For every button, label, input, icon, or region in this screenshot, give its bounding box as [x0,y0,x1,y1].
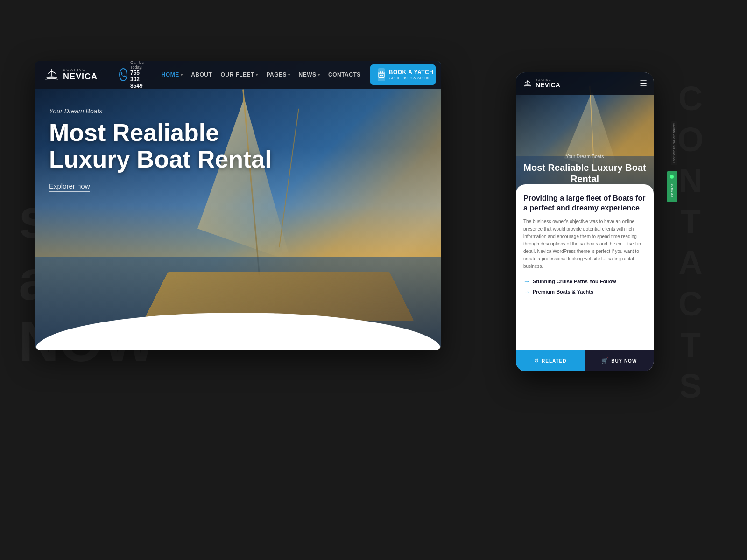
nav-item-contacts[interactable]: CONTACTS [328,71,361,78]
buy-label: BUY NOW [611,358,637,364]
chat-brand-label: jvochat [670,183,674,198]
nav-links: HOME ▾ ABOUT OUR FLEET ▾ PAGES ▾ NEWS ▾ … [162,71,361,78]
mobile-content-body: The business owner's objective was to ha… [523,218,646,270]
mobile-navbar: BOATING NEVICA ☰ [516,72,654,95]
mobile-link-text-2: Premium Boats & Yachts [533,289,593,294]
mobile-link-arrow-2: → [523,288,530,295]
nav-item-pages[interactable]: PAGES ▾ [266,71,290,78]
svg-rect-1 [380,75,380,76]
logo-small-text: BOATING [63,68,98,72]
svg-rect-3 [382,75,383,76]
mobile-logo-text: BOATING NEVICA [536,78,560,89]
contacts-bg-text: CONTACTS [671,80,710,408]
chat-tab[interactable]: jvochat [667,171,677,202]
logo-text-block: BOATING NEVICA [63,68,98,82]
hero-cta-link[interactable]: Explorer now [49,182,90,192]
fleet-arrow: ▾ [256,73,258,77]
book-button-icon [378,68,385,81]
navbar: BOATING NEVICA Call Us Today! 755 302 85… [35,61,441,89]
phone-icon [119,68,127,81]
mobile-header: BOATING NEVICA ☰ Your Dream Boats Most R… [516,72,654,194]
hero-subtitle: Your Dream Boats [49,107,282,115]
chat-status-text: Chat with us, we are online! [671,121,677,165]
logo-main-text: NEVICA [63,72,98,82]
hamburger-menu[interactable]: ☰ [640,78,647,89]
mobile-logo-main-text: NEVICA [536,81,560,89]
mobile-mockup: BOATING NEVICA ☰ Your Dream Boats Most R… [516,72,654,371]
phone-number: 755 302 8549 [130,70,148,89]
logo-icon [44,67,59,82]
home-arrow: ▾ [181,73,183,77]
hero-content: Your Dream Boats Most Realiable Luxury B… [49,107,282,192]
mobile-content-title: Providing a large fleet of Boats for a p… [523,194,646,213]
mobile-content-area: Providing a large fleet of Boats for a p… [516,184,654,306]
book-button-sub-label: Get It Faster & Secure! [389,76,432,80]
related-icon: ↺ [534,357,539,364]
mobile-link-1[interactable]: → Stunning Cruise Paths You Follow [523,278,646,285]
related-label: RELATED [542,358,566,364]
book-button-main-label: BOOK A YATCH [389,69,434,76]
mobile-link-text-1: Stunning Cruise Paths You Follow [533,279,616,284]
hero-background [35,61,441,350]
book-button-text: BOOK A YATCH Get It Faster & Secure! [389,69,434,80]
nav-item-news[interactable]: NEWS ▾ [299,71,320,78]
mobile-link-arrow-1: → [523,278,530,285]
related-button[interactable]: ↺ RELATED [516,350,585,371]
phone-area: Call Us Today! 755 302 8549 [119,61,148,89]
logo-area: BOATING NEVICA [44,67,110,82]
pages-arrow: ▾ [288,73,290,77]
browser-mockup: BOATING NEVICA Call Us Today! 755 302 85… [35,61,441,350]
mobile-hero-content: Your Dream Boats Most Realiable Luxury B… [522,154,647,184]
book-button[interactable]: BOOK A YATCH Get It Faster & Secure! [370,64,436,85]
chat-online-dot [670,175,674,179]
nav-item-fleet[interactable]: OUR FLEET ▾ [220,71,258,78]
mobile-hero-subtitle: Your Dream Boats [522,154,647,159]
mobile-logo-area: BOATING NEVICA [522,78,560,89]
mobile-hero-title: Most Realiable Luxury Boat Rental [522,162,647,184]
news-arrow: ▾ [318,73,320,77]
phone-label: Call Us Today! [130,61,148,70]
phone-info: Call Us Today! 755 302 8549 [130,61,148,89]
mobile-action-bar: ↺ RELATED 🛒 BUY NOW [516,350,654,371]
hero-title: Most Realiable Luxury Boat Rental [49,119,282,173]
cart-icon: 🛒 [601,357,608,364]
chat-widget: jvochat Chat with us, we are online! [663,135,675,238]
mobile-link-2[interactable]: → Premium Boats & Yachts [523,288,646,295]
buy-button[interactable]: 🛒 BUY NOW [585,350,654,371]
nav-item-home[interactable]: HOME ▾ [162,71,183,78]
svg-rect-2 [381,75,381,76]
nav-item-about[interactable]: ABOUT [191,71,212,78]
